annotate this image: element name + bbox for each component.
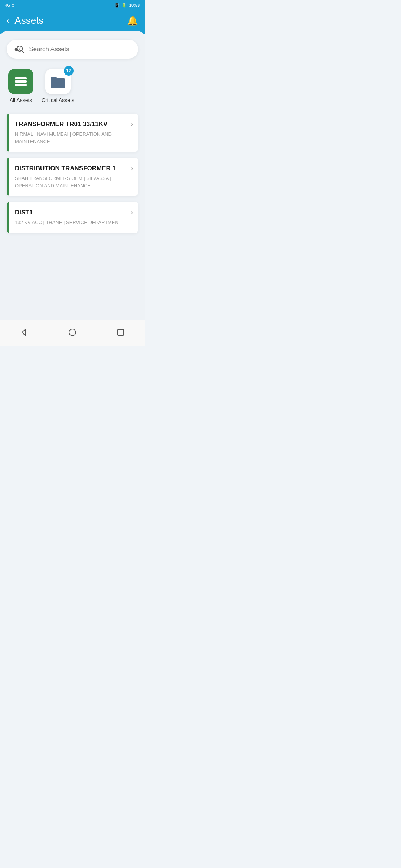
chevron-right-icon: › xyxy=(131,121,133,128)
main-content: ●○ All Assets 17 xyxy=(0,31,145,320)
all-assets-icon-wrapper xyxy=(8,69,33,94)
asset-meta: NIRMAL | NAVI MUMBAI | OPERATION AND MAI… xyxy=(15,131,133,145)
asset-meta: SHAH TRANSFORMERS OEM | SILVASSA | OPERA… xyxy=(15,175,133,189)
nav-home-button[interactable] xyxy=(65,325,80,340)
status-bar: 4G ⊙ 📳 🔋 10:53 xyxy=(0,0,145,10)
asset-card[interactable]: TRANSFORMER TR01 33/11KV › NIRMAL | NAVI… xyxy=(7,114,138,152)
asset-name: DISTRIBUTION TRANSFORMER 1 xyxy=(15,164,128,172)
status-right: 📳 🔋 10:53 xyxy=(114,3,140,8)
battery-icon: 🔋 xyxy=(122,3,127,8)
categories: All Assets 17 Critical Assets xyxy=(7,69,138,103)
card-header: TRANSFORMER TR01 33/11KV › xyxy=(15,120,133,128)
stack-layer-3 xyxy=(15,84,27,86)
folder-icon xyxy=(51,76,65,87)
critical-assets-badge: 17 xyxy=(64,66,74,76)
bottom-nav xyxy=(0,320,145,346)
vibrate-icon: 📳 xyxy=(114,3,120,8)
chevron-right-icon: › xyxy=(131,209,133,216)
search-input[interactable] xyxy=(29,46,131,53)
svg-rect-6 xyxy=(118,329,124,335)
page-title: Assets xyxy=(14,15,43,26)
search-bar[interactable]: ●○ xyxy=(7,40,138,59)
signal-icon: 4G xyxy=(5,3,10,7)
asset-meta: 132 KV ACC | THANE | SERVICE DEPARTMENT xyxy=(15,219,133,226)
critical-assets-label: Critical Assets xyxy=(42,97,74,103)
chevron-right-icon: › xyxy=(131,165,133,172)
asset-card[interactable]: DIST1 › 132 KV ACC | THANE | SERVICE DEP… xyxy=(7,202,138,233)
nav-back-button[interactable] xyxy=(17,325,32,340)
notification-bell-icon[interactable]: 🔔 xyxy=(127,16,138,26)
critical-assets-icon-wrapper: 17 xyxy=(45,69,71,94)
nav-recent-button[interactable] xyxy=(113,325,128,340)
stack-icon xyxy=(15,77,27,86)
card-content: DISTRIBUTION TRANSFORMER 1 › SHAH TRANSF… xyxy=(9,158,138,196)
all-assets-category[interactable]: All Assets xyxy=(8,69,33,103)
svg-line-1 xyxy=(22,50,24,53)
all-assets-label: All Assets xyxy=(10,97,32,103)
svg-rect-3 xyxy=(51,77,57,80)
header: ‹ Assets 🔔 xyxy=(0,10,145,34)
card-header: DIST1 › xyxy=(15,208,133,217)
wifi-icon: ⊙ xyxy=(12,3,14,7)
status-left: 4G ⊙ xyxy=(5,3,14,7)
asset-name: DIST1 xyxy=(15,208,128,217)
card-content: DIST1 › 132 KV ACC | THANE | SERVICE DEP… xyxy=(9,202,138,233)
header-left: ‹ Assets xyxy=(7,15,43,26)
card-content: TRANSFORMER TR01 33/11KV › NIRMAL | NAVI… xyxy=(9,114,138,152)
asset-name: TRANSFORMER TR01 33/11KV xyxy=(15,120,128,128)
stack-layer-1 xyxy=(15,77,27,79)
svg-marker-4 xyxy=(22,329,26,336)
stack-layer-2 xyxy=(15,80,27,83)
clock: 10:53 xyxy=(129,3,140,7)
svg-point-5 xyxy=(69,329,76,336)
back-button[interactable]: ‹ xyxy=(7,16,9,26)
card-header: DISTRIBUTION TRANSFORMER 1 › xyxy=(15,164,133,172)
critical-assets-category[interactable]: 17 Critical Assets xyxy=(42,69,74,103)
asset-card[interactable]: DISTRIBUTION TRANSFORMER 1 › SHAH TRANSF… xyxy=(7,158,138,196)
asset-list: TRANSFORMER TR01 33/11KV › NIRMAL | NAVI… xyxy=(7,114,138,233)
search-icon-svg xyxy=(16,45,25,53)
